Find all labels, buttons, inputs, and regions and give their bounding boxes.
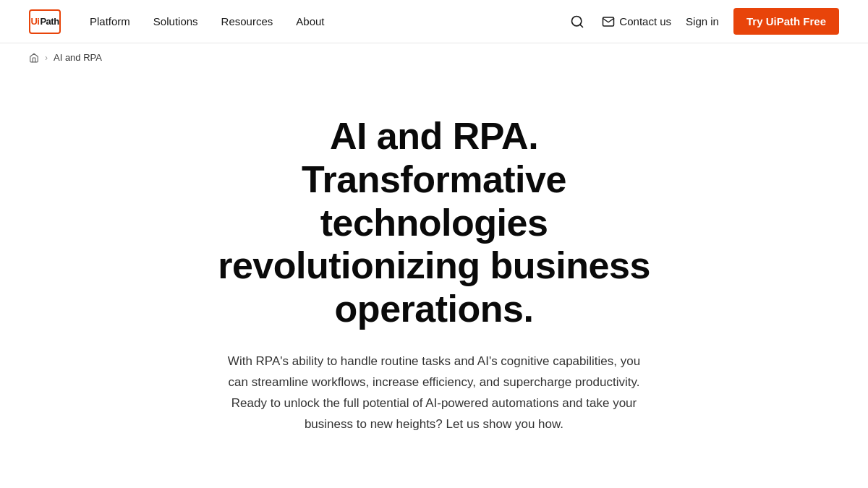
logo-ui: Ui xyxy=(30,16,39,27)
contact-button[interactable]: Contact us xyxy=(602,15,671,28)
logo-box: Ui Path xyxy=(29,9,61,34)
navbar: Ui Path Platform Solutions Resources Abo… xyxy=(0,0,868,43)
logo[interactable]: Ui Path xyxy=(29,9,61,34)
nav-links: Platform Solutions Resources About xyxy=(90,15,567,27)
hero-section: AI and RPA. Transformative technologies … xyxy=(159,72,709,488)
breadcrumb-current: AI and RPA xyxy=(54,52,102,63)
nav-about[interactable]: About xyxy=(296,15,324,27)
breadcrumb-separator: › xyxy=(45,53,48,63)
nav-platform[interactable]: Platform xyxy=(90,15,130,27)
logo-path: Path xyxy=(40,16,59,27)
try-free-button[interactable]: Try UiPath Free xyxy=(733,8,839,35)
nav-solutions[interactable]: Solutions xyxy=(153,15,198,27)
navbar-actions: Contact us Sign in Try UiPath Free xyxy=(567,8,839,35)
hero-title: AI and RPA. Transformative technologies … xyxy=(188,115,680,331)
breadcrumb-home[interactable] xyxy=(29,53,39,63)
hero-description: With RPA's ability to handle routine tas… xyxy=(224,351,644,435)
nav-resources[interactable]: Resources xyxy=(221,15,273,27)
logo-text: Ui Path xyxy=(30,16,59,27)
search-icon xyxy=(570,14,584,29)
home-icon xyxy=(29,53,39,63)
search-button[interactable] xyxy=(567,12,587,32)
contact-label: Contact us xyxy=(619,15,671,27)
svg-line-1 xyxy=(580,24,583,27)
mail-icon xyxy=(602,15,615,28)
breadcrumb: › AI and RPA xyxy=(0,43,868,72)
signin-button[interactable]: Sign in xyxy=(686,15,719,27)
